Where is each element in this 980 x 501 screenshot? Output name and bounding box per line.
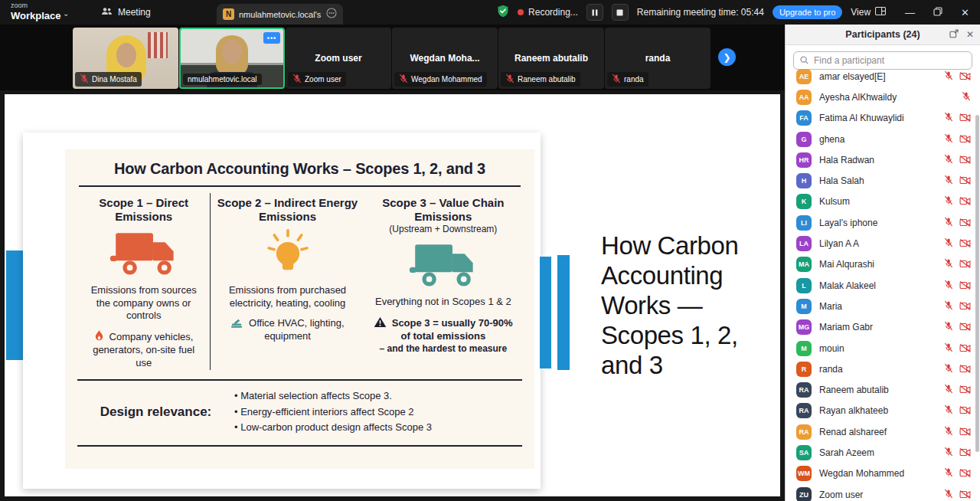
video-off-icon (959, 448, 971, 457)
restore-button[interactable] (933, 7, 942, 18)
participant-row[interactable]: MMaria (786, 296, 980, 316)
participant-row[interactable]: Rranda (786, 359, 980, 379)
video-tile[interactable]: Wegdan Moha...Wegdan Mohammed (392, 28, 498, 89)
participant-row[interactable]: WMWegdan Mohammed (786, 463, 980, 484)
video-off-icon (959, 72, 971, 80)
video-tile[interactable]: Raneem abutalibRaneem abutalib (498, 28, 604, 89)
participant-status-icons (944, 174, 971, 188)
person-face (222, 40, 242, 64)
mic-off-icon (944, 363, 953, 373)
tile-name-label: randa (624, 75, 644, 84)
mic-off-icon (944, 133, 953, 146)
participant-name: Raneem abutalib (819, 385, 936, 395)
screen-tab-initial-badge: N (223, 8, 234, 20)
participant-name: Malak Alakeel (819, 280, 936, 291)
video-tile[interactable]: •••nmulahmetovic.local (179, 28, 285, 89)
participant-row[interactable]: SASarah Azeem (786, 442, 980, 463)
video-tile[interactable]: Dina Mostafa (73, 28, 178, 89)
participant-row[interactable]: Gghena (786, 129, 980, 149)
avatar: SA (796, 445, 812, 460)
participant-row[interactable]: HHala Salah (786, 170, 980, 191)
participant-status-icons (944, 383, 971, 397)
side-heading: How Carbon Accounting Works — Scopes 1, … (601, 231, 738, 380)
video-tile[interactable]: Zoom userZoom user (286, 28, 391, 89)
view-label: View (851, 7, 871, 18)
video-off-icon (959, 427, 971, 436)
mic-off-icon (944, 467, 953, 480)
stop-recording-button[interactable] (612, 4, 629, 21)
participant-row[interactable]: LALilyan A A (786, 233, 980, 254)
scope-subheading: (Upstream + Downstream) (371, 224, 516, 234)
participant-name: Rayan alkhateeb (819, 405, 936, 416)
zoom-window: zoom Workplace ⌄ Meeting N nmulahmetovic… (0, 0, 980, 501)
shared-screen-canvas: How Carbon Accounting Works – Scopes 1, … (5, 94, 780, 496)
tile-nameplate: Dina Mostafa (75, 72, 142, 87)
more-options-icon[interactable] (326, 8, 337, 21)
tab-meeting[interactable]: Meeting (101, 0, 151, 25)
video-tile[interactable]: randaranda (605, 28, 710, 89)
mic-off-icon (612, 74, 621, 84)
mic-off-icon (944, 112, 953, 122)
participant-row[interactable]: ZUZoom user (786, 484, 980, 501)
participant-row[interactable]: RARayan alkhateeb (786, 401, 980, 421)
search-input[interactable] (812, 54, 965, 67)
mic-off-icon (944, 258, 953, 268)
recording-indicator: Recording... (518, 7, 578, 18)
participant-row[interactable]: Mmouin (786, 338, 980, 359)
close-panel-icon[interactable]: ✕ (966, 29, 974, 40)
participant-row[interactable]: RARaneem abutalib (786, 379, 980, 400)
participant-row[interactable]: MGMariam Gabr (786, 317, 980, 338)
upgrade-to-pro-button[interactable]: Upgrade to pro (773, 5, 842, 19)
next-participants-button[interactable]: ❯ (718, 48, 736, 66)
mic-off-icon (944, 384, 953, 394)
participant-row[interactable]: HRHala Radwan (786, 149, 980, 170)
truck-icon (83, 229, 204, 278)
participant-row[interactable]: FAFatima Al Khuwaylidi (786, 108, 980, 129)
participant-row[interactable]: MAMai Alqurashi (786, 254, 980, 275)
avatar: L (796, 278, 812, 293)
avatar: LI (796, 215, 812, 231)
participant-row[interactable]: AEamar elsayed[E] (786, 66, 980, 87)
tile-name-label: Wegdan Mohammed (411, 75, 482, 84)
close-window-button[interactable]: ✕ (961, 7, 969, 18)
participant-row[interactable]: LILayal's iphone (786, 212, 980, 233)
chevron-down-icon[interactable]: ⌄ (63, 9, 69, 18)
avatar: HR (796, 152, 812, 168)
design-relevance-label: Design relevance: (77, 404, 234, 420)
mic-off-icon (944, 300, 953, 310)
video-off-icon (959, 195, 971, 208)
participant-row[interactable]: KKulsum (786, 192, 980, 212)
tab-shared-screen[interactable]: N nmulahmetovic.local's screen (217, 4, 343, 25)
video-strip: Dina Mostafa•••nmulahmetovic.localZoom u… (0, 25, 785, 90)
scope-note-secondary: – and the hardest to measure (371, 343, 516, 354)
participant-status-icons (944, 342, 971, 355)
titlebar-right-controls: Recording... Remaining meeting time: 05:… (497, 0, 980, 25)
video-off-icon (959, 279, 971, 293)
scope-heading: Scope 3 – Value Chain Emissions (371, 196, 516, 223)
minimize-button[interactable]: — (905, 7, 915, 18)
avatar: G (796, 132, 812, 147)
panel-scrollbar[interactable] (975, 115, 979, 452)
participant-list: AEamar elsayed[E]AAAyesha AlKhwaildyFAFa… (786, 66, 980, 501)
view-button[interactable]: View (851, 7, 886, 18)
participant-row[interactable]: LMalak Alakeel (786, 275, 980, 296)
avatar: WM (796, 466, 812, 481)
avatar: FA (796, 110, 812, 126)
participant-name: Fatima Al Khuwaylidi (819, 113, 936, 123)
popout-panel-icon[interactable] (949, 28, 959, 41)
pause-recording-button[interactable] (586, 4, 603, 21)
video-off-icon (959, 260, 971, 268)
video-off-icon (959, 176, 971, 185)
participant-row[interactable]: AAAyesha AlKhwaildy (786, 87, 980, 107)
video-off-icon (959, 469, 971, 477)
participant-name: Zoom user (819, 490, 936, 500)
participant-status-icons (944, 216, 971, 230)
brand-zoom-label: zoom (11, 2, 61, 9)
tile-more-button[interactable]: ••• (263, 32, 280, 44)
avatar: ZU (796, 487, 812, 501)
video-off-icon (959, 135, 971, 143)
avatar: LA (796, 236, 812, 251)
avatar: MG (796, 319, 812, 335)
participant-row[interactable]: RARenad alshareef (786, 421, 980, 442)
video-off-icon (959, 323, 971, 331)
